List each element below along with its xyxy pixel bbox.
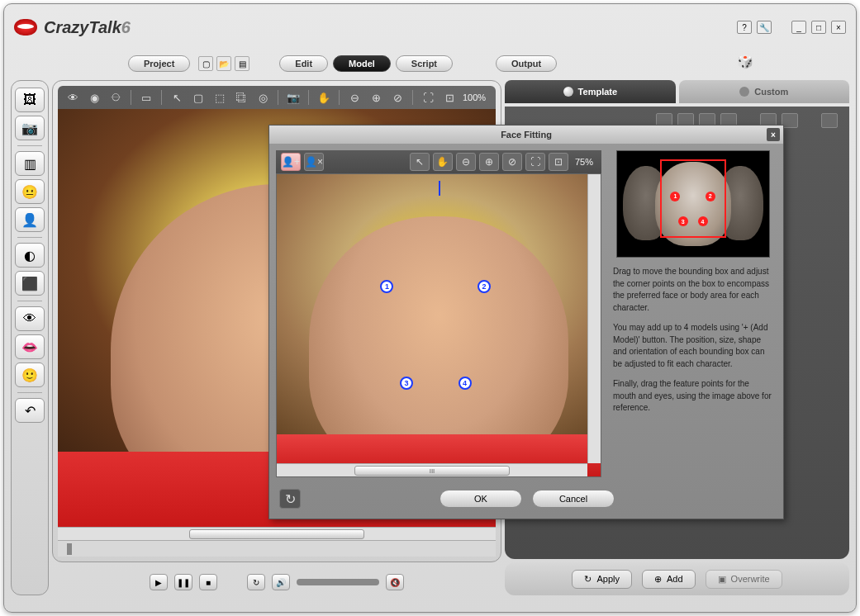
new-icon[interactable]: ▢ — [198, 56, 213, 71]
dialog-title: Face Fitting × — [269, 126, 783, 144]
tool-camera[interactable]: 📷 — [15, 116, 45, 140]
apply-button[interactable]: ↻ Apply — [572, 570, 632, 589]
fit-icon[interactable]: ⛶ — [420, 89, 436, 106]
hand-icon[interactable]: ✋ — [316, 89, 332, 106]
playback-bar: ▶ ❚❚ ■ ↻ 🔊 🔇 — [52, 569, 501, 595]
tool-crop[interactable]: ▥ — [15, 151, 45, 176]
dlg-zoom-reset-icon[interactable]: ⊘ — [502, 153, 522, 171]
tab-template[interactable]: Template — [505, 80, 675, 103]
tool-undo[interactable]: ↶ — [15, 398, 45, 423]
tool-profile[interactable]: 👤 — [15, 207, 45, 232]
menu-edit[interactable]: Edit — [279, 55, 328, 72]
app-logo-icon — [14, 19, 37, 36]
timeline[interactable] — [58, 540, 496, 557]
dlg-actual-icon[interactable]: ⊡ — [549, 153, 568, 171]
viewport-toolbar: 👁 ◉ ⦵ ▭ ↖ ▢ ⬚ ⿻ ◎ 📷 ✋ ⊖ — [58, 86, 496, 109]
eye2-icon[interactable]: ◎ — [254, 89, 271, 106]
led-on-icon — [563, 87, 573, 97]
overwrite-button: ▣ Overwrite — [706, 570, 782, 589]
menu-output[interactable]: Output — [496, 55, 557, 72]
dlg-hand-icon[interactable]: ✋ — [433, 153, 453, 171]
volume-slider[interactable] — [297, 579, 379, 585]
marker-4[interactable]: 4 — [459, 377, 472, 390]
marquee-icon[interactable]: ⬚ — [211, 89, 228, 106]
cancel-button[interactable]: Cancel — [532, 490, 615, 508]
minimize-button[interactable]: _ — [791, 21, 806, 34]
panel-grid-icon[interactable] — [782, 113, 798, 128]
tool-face[interactable]: 😐 — [15, 179, 45, 204]
viewport-scrollbar-h[interactable] — [58, 527, 496, 540]
reference-image: 1 2 3 4 — [616, 150, 770, 258]
dlg-zoom-out-icon[interactable]: ⊖ — [456, 153, 476, 171]
app-title: CrazyTalk6 — [44, 18, 131, 37]
menu-project[interactable]: Project — [128, 55, 190, 72]
zoom-level: 100% — [463, 92, 489, 102]
menu-script[interactable]: Script — [396, 55, 453, 72]
bottom-actions: ↻ Apply ⊕ Add ▣ Overwrite — [505, 562, 849, 595]
rect-icon[interactable]: ▭ — [138, 89, 154, 106]
settings-button[interactable]: 🔧 — [757, 21, 772, 34]
stop-button[interactable]: ■ — [199, 574, 217, 590]
close-button[interactable]: × — [831, 21, 846, 34]
dlg-zoom-in-icon[interactable]: ⊕ — [479, 153, 499, 171]
ref-marker-4: 4 — [698, 216, 708, 226]
eye-open-icon[interactable]: 👁 — [64, 89, 81, 106]
zoom-out-icon[interactable]: ⊖ — [346, 89, 363, 106]
actual-icon[interactable]: ⊡ — [441, 89, 458, 106]
mute-button[interactable]: 🔇 — [386, 574, 404, 590]
remove-model-button[interactable]: 👤× — [304, 153, 324, 171]
eye-closed-icon[interactable]: ⦵ — [107, 89, 124, 106]
dialog-zoom-level: 75% — [575, 157, 596, 167]
panel-list-icon[interactable] — [821, 113, 838, 128]
zoom-reset-icon[interactable]: ⊘ — [389, 89, 406, 106]
pause-button[interactable]: ❚❚ — [174, 574, 192, 590]
app-window: CrazyTalk6 ? 🔧 _ □ × Project ▢ 📂 ▤ Edit … — [3, 3, 857, 613]
menubar: Project ▢ 📂 ▤ Edit Model Script Output 🎲 — [4, 50, 856, 77]
camera-icon[interactable]: 📷 — [285, 89, 302, 106]
copy-icon[interactable]: ⿻ — [233, 89, 249, 106]
open-icon[interactable]: 📂 — [216, 56, 231, 71]
tool-mask[interactable]: ◐ — [15, 243, 45, 268]
tab-custom[interactable]: Custom — [679, 80, 849, 103]
refresh-button[interactable]: ↻ — [279, 489, 301, 509]
led-off-icon — [739, 87, 749, 97]
cube-icon[interactable]: 🎲 — [737, 54, 757, 73]
apply-icon: ↻ — [584, 574, 592, 585]
zoom-in-icon[interactable]: ⊕ — [368, 89, 384, 106]
ref-marker-3: 3 — [678, 216, 688, 226]
loop-button[interactable]: ↻ — [247, 574, 265, 590]
select-icon[interactable]: ▢ — [190, 89, 207, 106]
tool-eye[interactable]: 👁 — [15, 306, 45, 331]
ok-button[interactable]: OK — [440, 490, 522, 508]
cursor-indicator — [439, 181, 440, 196]
ref-marker-1: 1 — [670, 192, 680, 201]
dialog-footer: ↻ OK Cancel — [269, 484, 783, 514]
pointer-icon[interactable]: ↖ — [169, 89, 185, 106]
menu-model[interactable]: Model — [333, 55, 391, 72]
add-model-button[interactable]: 👤+ — [281, 153, 301, 171]
save-icon[interactable]: ▤ — [235, 56, 249, 71]
add-icon: ⊕ — [654, 574, 662, 585]
dialog-toolbar: 👤+ 👤× ↖ ✋ ⊖ ⊕ ⊘ ⛶ ⊡ 75% — [276, 150, 601, 173]
overwrite-icon: ▣ — [718, 574, 726, 585]
dialog-close-button[interactable]: × — [767, 128, 780, 141]
speaker-icon[interactable]: 🔊 — [272, 574, 290, 590]
marker-2[interactable]: 2 — [478, 280, 491, 293]
add-button[interactable]: ⊕ Add — [642, 570, 696, 589]
dialog-scrollbar-h[interactable]: III — [277, 463, 587, 476]
tool-silhouette[interactable]: ⬛ — [15, 271, 45, 296]
play-button[interactable]: ▶ — [150, 574, 168, 590]
dlg-fit-icon[interactable]: ⛶ — [525, 153, 545, 171]
dialog-scrollbar-v[interactable] — [587, 174, 601, 463]
titlebar: CrazyTalk6 ? 🔧 _ □ × — [4, 4, 856, 50]
maximize-button[interactable]: □ — [811, 21, 826, 34]
dlg-pointer-icon[interactable]: ↖ — [410, 153, 430, 171]
tool-sidebar: 🖼 📷 ▥ 😐 👤 ◐ ⬛ 👁 👄 🙂 ↶ — [11, 80, 49, 595]
tool-image[interactable]: 🖼 — [15, 88, 45, 112]
help-button[interactable]: ? — [737, 21, 752, 34]
dialog-viewport[interactable]: 1 2 3 4 III — [276, 173, 601, 477]
ref-marker-2: 2 — [706, 192, 715, 201]
tool-head[interactable]: 🙂 — [15, 362, 45, 387]
tool-mouth[interactable]: 👄 — [15, 334, 45, 359]
eye-half-icon[interactable]: ◉ — [86, 89, 102, 106]
